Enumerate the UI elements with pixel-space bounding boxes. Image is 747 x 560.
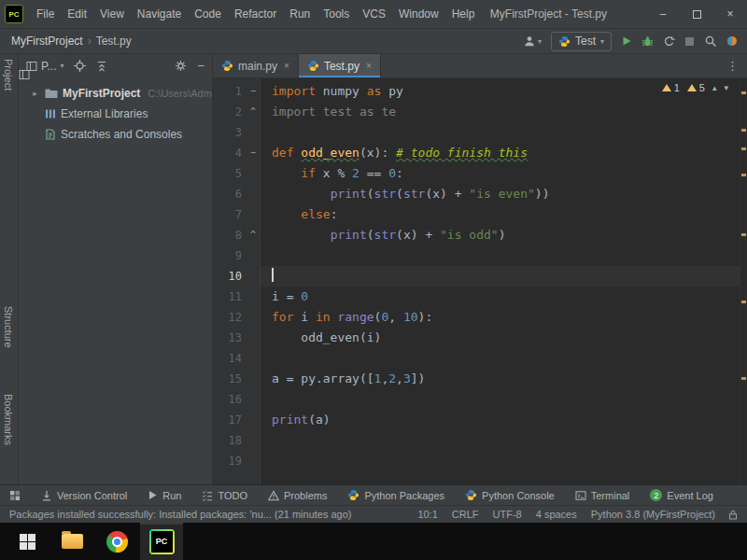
run-config-selector[interactable]: Test ▾ — [551, 32, 612, 51]
fold-marker-icon[interactable]: ^ — [246, 225, 261, 245]
tree-item-external-libraries[interactable]: External Libraries — [19, 104, 212, 124]
warning-stripe-mark[interactable] — [741, 147, 746, 150]
warning-stripe-mark[interactable] — [741, 301, 746, 303]
code-line-18[interactable]: 18 — [213, 430, 747, 451]
menu-refactor[interactable]: Refactor — [228, 4, 283, 24]
warning-stripe-mark[interactable] — [741, 233, 746, 236]
start-button[interactable] — [6, 523, 49, 560]
close-tab-icon[interactable]: × — [366, 61, 372, 71]
toolwindow-button-run[interactable]: Run — [148, 490, 181, 501]
breadcrumb-test-py[interactable]: Test.py — [94, 35, 134, 48]
file-explorer-button[interactable] — [50, 523, 93, 560]
tab-options-icon[interactable]: ⋮ — [718, 54, 747, 77]
status-message[interactable]: Packages installed successfully: Install… — [9, 509, 352, 520]
status-indent[interactable]: 4 spaces — [536, 509, 577, 520]
minimize-button[interactable]: – — [646, 0, 680, 28]
pycharm-taskbar-button[interactable]: PC — [140, 523, 183, 560]
toolwindow-button-python-console[interactable]: Python Console — [465, 489, 555, 501]
maximize-button[interactable] — [680, 0, 713, 28]
tab-main-py[interactable]: main.py× — [213, 54, 299, 77]
line-number: 9 — [213, 245, 246, 266]
coverage-button[interactable] — [663, 35, 675, 48]
tab-test-py[interactable]: Test.py× — [299, 54, 381, 77]
toolwindow-button-bookmarks[interactable]: Bookmarks — [3, 394, 14, 445]
fold-gutter — [246, 245, 261, 266]
code-line-8[interactable]: 8^ print(str(x) + "is odd") — [213, 225, 747, 245]
user-account-button[interactable]: ▾ — [523, 35, 542, 48]
hide-panel-icon[interactable]: − — [197, 59, 204, 73]
toolwindow-button-todo[interactable]: TODO — [202, 490, 247, 501]
menu-navigate[interactable]: Navigate — [131, 4, 188, 24]
status-interpreter[interactable]: Python 3.8 (MyFirstProject) — [591, 509, 715, 520]
menu-vcs[interactable]: VCS — [356, 4, 392, 24]
status-encoding[interactable]: UTF-8 — [493, 509, 522, 520]
menu-run[interactable]: Run — [283, 4, 317, 24]
code-line-15[interactable]: 15a = py.array([1,2,3]) — [213, 369, 747, 389]
code-line-7[interactable]: 7 else: — [213, 204, 747, 225]
code-line-3[interactable]: 3 — [213, 122, 747, 143]
debug-button[interactable] — [641, 35, 654, 48]
menu-tools[interactable]: Tools — [317, 4, 356, 24]
code-line-6[interactable]: 6 print(str(str(x) + "is even")) — [213, 184, 747, 204]
inspections-widget[interactable]: 1 5 ▴ ▾ — [662, 82, 728, 93]
toolwindow-switcher-icon[interactable] — [9, 490, 21, 501]
search-everywhere-button[interactable] — [704, 35, 717, 48]
fold-gutter — [246, 204, 261, 225]
updates-indicator[interactable] — [726, 35, 738, 47]
code-line-14[interactable]: 14 — [213, 348, 747, 369]
error-stripe[interactable] — [740, 78, 747, 484]
toolwindow-button-version-control[interactable]: Version Control — [41, 490, 127, 501]
code-line-4[interactable]: 4−def odd_even(x): # todo finish this — [213, 143, 747, 163]
collapse-all-icon[interactable] — [96, 61, 107, 72]
fold-marker-icon[interactable]: − — [246, 81, 261, 102]
code-line-11[interactable]: 11i = 0 — [213, 287, 747, 307]
breadcrumb-myfirstproject[interactable]: MyFirstProject — [9, 35, 85, 48]
menu-file[interactable]: File — [30, 4, 61, 24]
status-caret-position[interactable]: 10:1 — [417, 509, 437, 520]
chevron-right-icon[interactable]: ▸ — [30, 89, 40, 98]
warning-stripe-mark[interactable] — [741, 129, 746, 132]
gear-icon[interactable] — [175, 60, 187, 72]
toolwindow-button-terminal[interactable]: Terminal — [575, 490, 630, 501]
menu-code[interactable]: Code — [188, 4, 228, 24]
warning-stripe-mark[interactable] — [741, 91, 746, 94]
code-line-12[interactable]: 12for i in range(0, 10): — [213, 307, 747, 328]
menu-window[interactable]: Window — [392, 4, 445, 24]
code-line-17[interactable]: 17print(a) — [213, 410, 747, 430]
menu-help[interactable]: Help — [445, 4, 482, 24]
fold-marker-icon[interactable]: ^ — [246, 102, 261, 122]
toolwindow-button-event-log[interactable]: 2Event Log — [650, 489, 713, 501]
close-tab-icon[interactable]: × — [284, 61, 289, 71]
next-warning-icon[interactable]: ▾ — [724, 83, 728, 92]
code-line-2[interactable]: 2^import test as te — [213, 102, 747, 122]
toolwindow-button-project[interactable]: Project — [3, 59, 30, 91]
run-button[interactable] — [621, 35, 632, 47]
code-line-5[interactable]: 5 if x % 2 == 0: — [213, 163, 747, 184]
prev-warning-icon[interactable]: ▴ — [712, 83, 717, 92]
project-tree: ▸MyFirstProjectC:\Users\AdmExternal Libr… — [19, 78, 212, 145]
fold-marker-icon[interactable]: − — [246, 143, 261, 163]
warning-stripe-mark[interactable] — [741, 174, 746, 176]
tree-item-myfirstproject[interactable]: ▸MyFirstProjectC:\Users\Adm — [19, 83, 212, 104]
toolwindow-label: TODO — [218, 490, 247, 501]
status-line-ending[interactable]: CRLF — [452, 509, 479, 520]
stop-button[interactable] — [684, 36, 695, 47]
menu-edit[interactable]: Edit — [61, 4, 93, 24]
toolwindow-button-problems[interactable]: Problems — [268, 490, 327, 501]
toolwindow-button-python-packages[interactable]: Python Packages — [347, 489, 444, 501]
tree-item-scratches-and-consoles[interactable]: Scratches and Consoles — [19, 124, 212, 145]
menu-view[interactable]: View — [93, 4, 131, 24]
code-line-16[interactable]: 16 — [213, 389, 747, 410]
lock-icon[interactable] — [728, 510, 738, 520]
code-line-9[interactable]: 9 — [213, 245, 747, 266]
editor[interactable]: 1−import numpy as py2^import test as te3… — [213, 78, 747, 484]
code-line-13[interactable]: 13 odd_even(i) — [213, 328, 747, 348]
warning-stripe-mark[interactable] — [741, 377, 746, 380]
close-button[interactable]: × — [713, 0, 747, 28]
code-line-10[interactable]: 10 — [213, 266, 747, 287]
toolwindow-button-structure[interactable]: Structure — [3, 306, 14, 348]
locate-file-icon[interactable] — [74, 60, 86, 72]
code-line-19[interactable]: 19 — [213, 451, 747, 471]
chrome-button[interactable] — [95, 523, 138, 560]
project-view-selector[interactable]: P... ▾ — [26, 60, 63, 73]
